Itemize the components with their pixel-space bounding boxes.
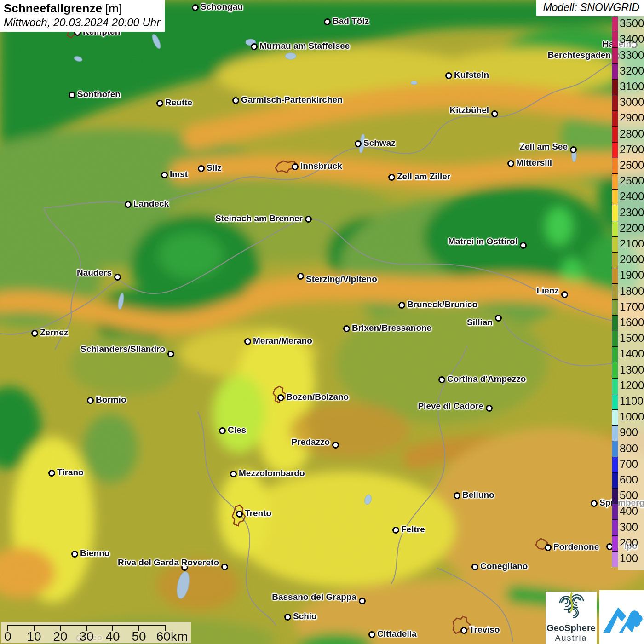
colorbar-value: 2900 — [620, 111, 644, 124]
colorbar-segment — [612, 441, 618, 457]
colorbar-segment — [612, 457, 618, 473]
map-datetime: Mittwoch, 20.03.2024 20:00 Uhr — [4, 16, 160, 29]
scalebar-label: 10 — [27, 629, 41, 644]
colorbar-segment — [612, 378, 618, 394]
geosphere-logo-box: GeoSphere Austria — [546, 592, 597, 644]
colorbar-value: 1100 — [620, 395, 644, 408]
colorbar-segment — [612, 17, 618, 32]
colorbar-segment — [612, 110, 618, 126]
colorbar-segment — [612, 409, 618, 426]
geosphere-logo-text: GeoSphere — [546, 623, 597, 633]
colorbar-value: 1500 — [620, 332, 644, 345]
colorbar-value: 600 — [620, 473, 638, 486]
colorbar-segment — [612, 362, 618, 378]
colorbar-segment — [612, 283, 618, 299]
colorbar-segment — [612, 63, 618, 80]
colorbar-value: 2100 — [620, 237, 644, 250]
hillshade-texture — [0, 0, 644, 644]
map-canvas — [0, 0, 644, 644]
colorbar-value: 2500 — [620, 174, 644, 187]
snowline-map-stage: SchongauBad TölzKemptenMurnau am Staffel… — [0, 0, 644, 644]
colorbar-segment — [612, 535, 618, 552]
scalebar-label: 40 — [105, 629, 120, 644]
colorbar-segment — [612, 221, 618, 237]
elevation-colorbar — [612, 17, 618, 567]
colorbar-value: 3100 — [620, 80, 644, 93]
colorbar-segment — [612, 32, 618, 48]
scalebar-label: 30 — [79, 629, 93, 644]
map-title: Schneefallgrenze [m] — [4, 1, 160, 16]
colorbar-value: 500 — [620, 489, 638, 502]
colorbar-value: 1600 — [620, 316, 644, 329]
colorbar-value: 100 — [620, 552, 638, 565]
colorbar-value: 2400 — [620, 190, 644, 203]
colorbar-value: 2800 — [620, 127, 644, 140]
colorbar-segment — [612, 252, 618, 268]
colorbar-segment — [612, 519, 618, 535]
colorbar-segment — [612, 173, 618, 190]
title-unit: [m] — [105, 1, 122, 15]
colorbar-segment — [612, 299, 618, 316]
colorbar-segment — [612, 331, 618, 347]
colorbar-segment — [612, 158, 618, 174]
title-box: Schneefallgrenze [m] Mittwoch, 20.03.202… — [0, 0, 165, 32]
colorbar-segment — [612, 142, 618, 158]
colorbar-segment — [612, 126, 618, 142]
colorbar-segment — [612, 551, 618, 567]
colorbar-value: 1200 — [620, 379, 644, 392]
colorbar-value: 1700 — [620, 300, 644, 313]
colorbar-value: 1300 — [620, 363, 644, 376]
colorbar-segment — [612, 268, 618, 284]
colorbar-value: 1400 — [620, 347, 644, 360]
model-label: Modell: SNOWGRID — [536, 0, 644, 16]
colorbar-value: 1000 — [620, 410, 644, 423]
colorbar-value: 800 — [620, 442, 638, 455]
distance-scalebar: 0102030405060km — [1, 622, 191, 643]
colorbar-value: 200 — [620, 536, 638, 549]
colorbar-value: 2700 — [620, 143, 644, 156]
colorbar-value: 400 — [620, 505, 638, 518]
colorbar-value: 300 — [620, 521, 638, 534]
colorbar-segment — [612, 189, 618, 205]
colorbar-segment — [612, 394, 618, 410]
title-text: Schneefallgrenze — [4, 1, 102, 15]
colorbar-segment — [612, 236, 618, 253]
colorbar-value: 2300 — [620, 206, 644, 219]
scalebar-label: 60km — [156, 629, 188, 644]
colorbar-segment — [612, 315, 618, 331]
colorbar-value: 2200 — [620, 222, 644, 235]
colorbar-segment — [612, 95, 618, 111]
colorbar-value: 1800 — [620, 285, 644, 298]
colorbar-segment — [612, 504, 618, 520]
colorbar-segment — [612, 79, 618, 95]
colorbar-value: 3500 — [620, 17, 644, 30]
colorbar-value: 1900 — [620, 269, 644, 282]
colorbar-value: 2000 — [620, 253, 644, 266]
colorbar-value: 3300 — [620, 49, 644, 62]
colorbar-value: 3400 — [620, 33, 644, 46]
colorbar-segment — [612, 472, 618, 489]
colorbar-segment — [612, 47, 618, 63]
partner-logo-box — [599, 590, 644, 644]
scalebar-label: 0 — [4, 629, 12, 644]
colorbar-value: 700 — [620, 458, 638, 471]
scalebar-label: 20 — [53, 629, 67, 644]
mountain-cloud-logo-icon — [599, 590, 644, 644]
geosphere-country-text: Austria — [546, 633, 597, 643]
colorbar-value: 3200 — [620, 64, 644, 77]
colorbar-segment — [612, 205, 618, 221]
geosphere-logo-icon — [555, 592, 587, 620]
colorbar-segment — [612, 346, 618, 362]
colorbar-value: 3000 — [620, 96, 644, 109]
scalebar-label: 50 — [132, 629, 146, 644]
colorbar-value: 2600 — [620, 159, 644, 172]
colorbar-value: 900 — [620, 426, 638, 439]
colorbar-segment — [612, 488, 618, 504]
colorbar-segment — [612, 425, 618, 441]
